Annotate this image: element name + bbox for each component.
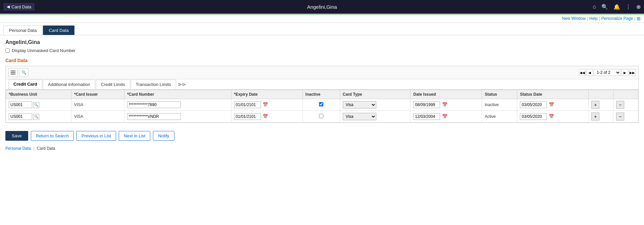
cell-remove-0: − <box>613 99 638 111</box>
expiry-date-input-0[interactable] <box>234 101 261 108</box>
col-status-date: Status Date <box>517 90 589 99</box>
page-header-title: Angelini,Gina <box>307 4 337 10</box>
top-bar-icons: ⌂ 🔍 🔔 ⋮ ⊗ <box>593 4 641 10</box>
breadcrumb: Personal Data | Card Data <box>0 145 644 154</box>
previous-in-list-button[interactable]: Previous in List <box>76 131 116 141</box>
next-page-btn[interactable]: ▶ <box>622 69 628 76</box>
toolbar: 🔍 ◀◀ ◀ 1-2 of 2 ▶ ▶▶ <box>6 66 638 79</box>
col-inactive: Inactive <box>303 90 340 99</box>
date-issued-cal-icon-1[interactable]: 📅 <box>442 114 447 119</box>
search-toolbar-btn[interactable]: 🔍 <box>19 68 29 77</box>
add-row-btn-1[interactable]: + <box>591 113 599 121</box>
sub-tab-credit-limits[interactable]: Credit Limits <box>96 80 130 89</box>
cell-inactive-0 <box>303 99 340 111</box>
cell-expiry-date-1: 📅 <box>231 111 303 123</box>
cell-add-1: + <box>589 111 613 123</box>
card-type-select-0[interactable]: Visa Mastercard Amex <box>343 101 376 108</box>
close-icon[interactable]: ⊗ <box>636 4 641 10</box>
card-number-input-0[interactable] <box>127 101 181 108</box>
main-tabs: Personal Data Card Data <box>0 23 644 35</box>
business-unit-input-1[interactable] <box>9 113 32 120</box>
status-date-input-1[interactable] <box>520 113 547 120</box>
col-date-issued: Date Issued <box>411 90 482 99</box>
cell-card-issuer-1: VISA <box>71 111 124 123</box>
col-remove <box>613 90 638 99</box>
prev-page-btn[interactable]: ◀ <box>586 69 593 76</box>
col-status: Status <box>482 90 517 99</box>
notify-button[interactable]: Notify <box>153 131 174 141</box>
sub-tab-credit-card[interactable]: Credit Card <box>8 79 42 89</box>
cell-status-date-0: 📅 <box>517 99 589 111</box>
expiry-date-cal-icon-1[interactable]: 📅 <box>263 114 268 119</box>
status-value-0: Inactive <box>485 102 498 107</box>
expiry-date-cal-icon-0[interactable]: 📅 <box>263 102 268 107</box>
pagination: ◀◀ ◀ 1-2 of 2 ▶ ▶▶ <box>579 69 636 76</box>
help-link[interactable]: Help <box>589 16 598 21</box>
cell-status-0: Inactive <box>482 99 517 111</box>
search-icon[interactable]: 🔍 <box>601 4 608 10</box>
next-in-list-button[interactable]: Next in List <box>119 131 150 141</box>
date-issued-input-0[interactable] <box>413 101 440 108</box>
cell-add-0: + <box>589 99 613 111</box>
more-icon[interactable]: ⋮ <box>626 4 631 10</box>
table-row: 🔍 VISA 📅 Visa Mastercard Amex 📅 Inact <box>6 99 638 111</box>
col-add <box>589 90 613 99</box>
table-header-row: *Business Unit *Card Issuer *Card Number… <box>6 90 638 99</box>
date-issued-cal-icon-0[interactable]: 📅 <box>442 102 447 107</box>
table-row: 🔍 VISA 📅 Visa Mastercard Amex 📅 Activ <box>6 111 638 123</box>
unmasked-checkbox[interactable] <box>5 48 10 53</box>
first-page-btn[interactable]: ◀◀ <box>579 69 586 76</box>
grid-view-btn[interactable] <box>8 68 18 77</box>
personalize-link[interactable]: Personalize Page <box>601 16 633 21</box>
cell-expiry-date-0: 📅 <box>231 99 303 111</box>
expand-tabs-icon[interactable]: ⊳⊳ <box>178 82 186 87</box>
status-date-input-0[interactable] <box>520 101 547 108</box>
expiry-date-input-1[interactable] <box>234 113 261 120</box>
card-data-table: *Business Unit *Card Issuer *Card Number… <box>6 90 638 123</box>
business-unit-search-0[interactable]: 🔍 <box>33 102 39 108</box>
sub-tab-transaction-limits[interactable]: Transaction Limits <box>131 80 176 89</box>
last-page-btn[interactable]: ▶▶ <box>629 69 636 76</box>
page-content: Angelini,Gina Display Unmasked Card Numb… <box>0 35 644 127</box>
breadcrumb-card-data: Card Data <box>37 146 55 151</box>
date-issued-input-1[interactable] <box>413 113 440 120</box>
grid-icon[interactable]: ⊞ <box>637 16 641 21</box>
business-unit-input-0[interactable] <box>9 101 32 108</box>
page-title: Angelini,Gina <box>5 39 639 45</box>
save-button[interactable]: Save <box>5 131 28 141</box>
breadcrumb-personal-data[interactable]: Personal Data <box>5 146 31 151</box>
inactive-checkbox-1[interactable] <box>319 114 323 118</box>
cell-card-number-0 <box>124 99 231 111</box>
cell-card-type-0: Visa Mastercard Amex <box>340 99 411 111</box>
cell-inactive-1 <box>303 111 340 123</box>
cell-card-type-1: Visa Mastercard Amex <box>340 111 411 123</box>
sub-tab-additional-info[interactable]: Additional Information <box>43 80 95 89</box>
card-number-input-1[interactable] <box>127 113 181 120</box>
tab-card-data[interactable]: Card Data <box>43 26 74 35</box>
bell-icon[interactable]: 🔔 <box>613 4 620 10</box>
return-to-search-button[interactable]: Return to Search <box>31 131 74 141</box>
page-select[interactable]: 1-2 of 2 <box>594 69 621 76</box>
bottom-buttons: Save Return to Search Previous in List N… <box>0 127 644 145</box>
col-business-unit: *Business Unit <box>6 90 71 99</box>
svg-rect-1 <box>13 71 15 72</box>
tab-personal-data[interactable]: Personal Data <box>3 26 42 35</box>
inactive-checkbox-0[interactable] <box>319 102 323 106</box>
remove-row-btn-0[interactable]: − <box>616 101 624 109</box>
home-icon[interactable]: ⌂ <box>593 4 596 10</box>
grid-view-icon <box>11 70 15 75</box>
remove-row-btn-1[interactable]: − <box>616 113 624 121</box>
new-window-link[interactable]: New Window <box>562 16 586 21</box>
card-issuer-value-1: VISA <box>74 114 83 119</box>
cell-business-unit-1: 🔍 <box>6 111 71 123</box>
status-date-cal-icon-1[interactable]: 📅 <box>549 114 554 119</box>
toolbar-left: 🔍 <box>8 68 29 77</box>
unmasked-checkbox-label: Display Unmasked Card Number <box>12 48 75 53</box>
back-button[interactable]: ◀ Card Data <box>3 3 35 11</box>
add-row-btn-0[interactable]: + <box>591 101 599 109</box>
col-card-issuer: *Card Issuer <box>71 90 124 99</box>
col-expiry-date: *Expiry Date <box>231 90 303 99</box>
status-date-cal-icon-0[interactable]: 📅 <box>549 102 554 107</box>
card-type-select-1[interactable]: Visa Mastercard Amex <box>343 113 376 120</box>
business-unit-search-1[interactable]: 🔍 <box>33 114 39 120</box>
